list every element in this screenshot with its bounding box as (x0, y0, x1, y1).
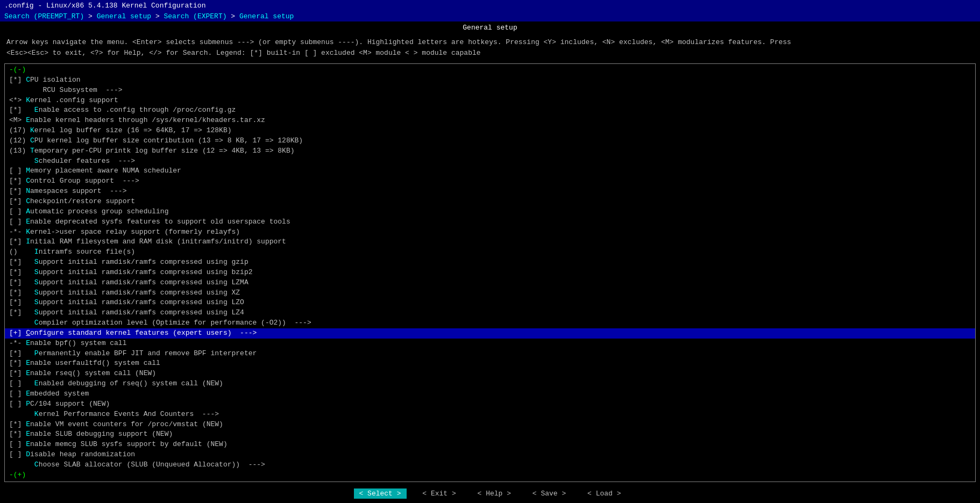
instructions: Arrow keys navigate the menu. <Enter> se… (0, 34, 980, 61)
breadcrumb-item-2[interactable]: Search (EXPERT) (164, 12, 227, 20)
list-item[interactable]: () Initramfs source file(s) (5, 247, 975, 257)
list-item[interactable]: [*] Support initial ramdisk/ramfs compre… (5, 308, 975, 318)
sep-0: > (88, 12, 97, 20)
list-item[interactable]: <M> Enable kernel headers through /sys/k… (5, 116, 975, 126)
list-item[interactable]: [*] CPU isolation (5, 75, 975, 85)
help-button[interactable]: < Help > (472, 488, 516, 499)
list-item[interactable]: -*- Kernel->user space relay support (fo… (5, 227, 975, 238)
instructions-line2: <Esc><Esc> to exit, <?> for Help, </> fo… (6, 48, 974, 59)
main-content: -(-) [*] CPU isolation RCU Subsystem ---… (4, 63, 976, 482)
list-item[interactable]: Kernel Performance Events And Counters -… (5, 409, 975, 420)
list-item[interactable]: [*] Support initial ramdisk/ramfs compre… (5, 278, 975, 288)
list-item[interactable]: [ ] Enable deprecated sysfs features to … (5, 217, 975, 227)
list-item[interactable]: [*] Enable rseq() system call (NEW) (5, 369, 975, 379)
statusbar (0, 501, 980, 503)
list-item[interactable]: [*] Support initial ramdisk/ramfs compre… (5, 298, 975, 308)
list-item[interactable]: [*] Support initial ramdisk/ramfs compre… (5, 268, 975, 278)
section-title: General setup (463, 24, 517, 32)
save-button[interactable]: < Save > (527, 488, 571, 499)
instructions-line1: Arrow keys navigate the menu. <Enter> se… (6, 37, 974, 48)
list-item[interactable]: (17) Kernel log buffer size (16 => 64KB,… (5, 126, 975, 136)
list-item[interactable]: [*] Enable SLUB debugging support (NEW) (5, 429, 975, 440)
breadcrumb-item-0[interactable]: Search (PREEMPT_RT) (4, 12, 84, 20)
list-item[interactable]: (12) CPU kernel log buffer size contribu… (5, 136, 975, 146)
bottom-bar: < Select > < Exit > < Help > < Save > < … (0, 484, 980, 501)
sep-2: > (231, 12, 239, 20)
list-item[interactable]: Choose SLAB allocator (SLUB (Unqueued Al… (5, 460, 975, 470)
breadcrumb-bar: Search (PREEMPT_RT) > General setup > Se… (0, 11, 980, 21)
list-item[interactable]: [*] Enable userfaultfd() system call (5, 358, 975, 369)
breadcrumb-item-3[interactable]: General setup (239, 12, 294, 20)
exit-button[interactable]: < Exit > (417, 488, 461, 499)
list-item[interactable]: [*] Support initial ramdisk/ramfs compre… (5, 288, 975, 298)
list-item[interactable]: [ ] Embedded system (5, 389, 975, 399)
list-item[interactable]: [ ] Disable heap randomization (5, 450, 975, 460)
list-item[interactable]: [*] Checkpoint/restore support (5, 197, 975, 207)
list-item[interactable]: Compiler optimization level (Optimize fo… (5, 318, 975, 328)
list-item[interactable]: [ ] Enable memcg SLUB sysfs support by d… (5, 440, 975, 450)
list-item[interactable]: Scheduler features ---> (5, 156, 975, 167)
breadcrumb-item-1[interactable]: General setup (97, 12, 151, 20)
list-item[interactable]: [ ] Enabled debugging of rseq() system c… (5, 379, 975, 389)
list-item[interactable]: [*] Initial RAM filesystem and RAM disk … (5, 237, 975, 247)
list-item[interactable]: [ ] Memory placement aware NUMA schedule… (5, 166, 975, 176)
list-item[interactable]: [ ] Automatic process group scheduling (5, 207, 975, 217)
title-text: .config - Linux/x86 5.4.138 Kernel Confi… (4, 2, 205, 10)
list-item[interactable]: [*] Namespaces support ---> (5, 186, 975, 197)
list-item[interactable]: [*] Control Group support ---> (5, 176, 975, 186)
list-item[interactable]: [*] Enable access to .config through /pr… (5, 105, 975, 116)
bottom-marker: -(+) (5, 470, 975, 480)
section-title-bar: General setup (0, 21, 980, 34)
list-item[interactable]: [ ] PC/104 support (NEW) (5, 399, 975, 409)
sep-1: > (155, 12, 164, 20)
list-item[interactable]: RCU Subsystem ---> (5, 85, 975, 96)
title-bar: .config - Linux/x86 5.4.138 Kernel Confi… (0, 0, 980, 11)
highlighted-item[interactable]: [+] Configure standard kernel features (… (5, 328, 975, 339)
select-button[interactable]: < Select > (354, 488, 407, 499)
top-marker: -(-) (5, 65, 975, 75)
list-item[interactable]: [*] Support initial ramdisk/ramfs compre… (5, 257, 975, 268)
list-item[interactable]: (13) Temporary per-CPU printk log buffer… (5, 146, 975, 156)
list-item[interactable]: [*] Enable VM event counters for /proc/v… (5, 420, 975, 430)
list-item[interactable]: -*- Enable bpf() system call (5, 339, 975, 349)
list-item[interactable]: <*> Kernel .config support (5, 96, 975, 106)
list-item[interactable]: [*] Permanently enable BPF JIT and remov… (5, 349, 975, 359)
load-button[interactable]: < Load > (582, 488, 626, 499)
